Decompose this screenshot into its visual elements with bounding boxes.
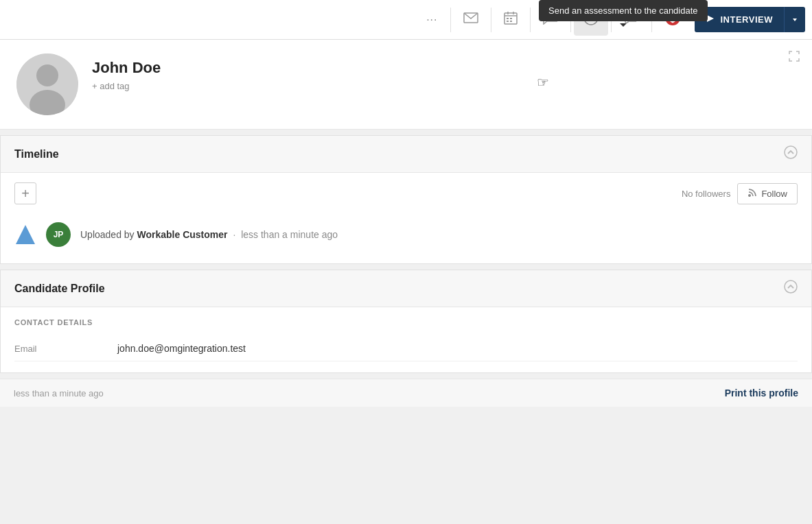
email-value: john.doe@omgintegration.test bbox=[117, 343, 246, 354]
timeline-section-header[interactable]: Timeline bbox=[1, 136, 811, 173]
upload-icon bbox=[14, 224, 36, 246]
calendar-button[interactable] bbox=[494, 4, 527, 35]
svg-marker-15 bbox=[793, 19, 797, 21]
svg-point-17 bbox=[36, 64, 58, 86]
candidate-profile-title: Candidate Profile bbox=[14, 283, 105, 295]
email-row: Email john.doe@omgintegration.test bbox=[14, 336, 798, 361]
tooltip-text: Send an assessment to the candidate bbox=[548, 5, 698, 16]
candidate-header: John Doe + add tag bbox=[0, 40, 812, 130]
print-profile-link[interactable]: Print this profile bbox=[725, 388, 798, 398]
candidate-name: John Doe bbox=[92, 59, 796, 77]
no-followers-text: No followers bbox=[682, 189, 731, 199]
email-button[interactable] bbox=[454, 5, 488, 34]
add-tag-label: + add tag bbox=[92, 81, 130, 91]
contact-section-title: CONTACT DETAILS bbox=[14, 318, 798, 326]
follow-label: Follow bbox=[761, 189, 787, 199]
interview-button[interactable]: INTERVIEW bbox=[695, 7, 806, 32]
email-icon bbox=[463, 12, 478, 27]
timeline-entry-text: Uploaded by Workable Customer · less tha… bbox=[80, 229, 338, 240]
profile-chevron-icon bbox=[784, 280, 798, 297]
page-footer: less than a minute ago Print this profil… bbox=[0, 379, 812, 407]
svg-point-20 bbox=[748, 194, 751, 197]
more-options-button[interactable]: ··· bbox=[417, 7, 447, 33]
user-badge: JP bbox=[46, 222, 71, 247]
svg-marker-14 bbox=[707, 15, 714, 22]
toolbar-divider-2 bbox=[491, 8, 491, 32]
timeline-toolbar: + No followers Follow bbox=[14, 182, 798, 204]
interview-button-main: INTERVIEW bbox=[695, 7, 785, 32]
add-event-button[interactable]: + bbox=[14, 182, 36, 204]
calendar-icon bbox=[504, 11, 518, 28]
timeline-content: + No followers Follow bbox=[1, 173, 811, 263]
email-label: Email bbox=[14, 344, 97, 354]
svg-point-19 bbox=[785, 146, 797, 158]
interview-dropdown-arrow[interactable] bbox=[785, 10, 805, 30]
add-tag-button[interactable]: + add tag bbox=[92, 81, 796, 91]
toolbar-divider-1 bbox=[450, 8, 451, 32]
candidate-profile-section: Candidate Profile CONTACT DETAILS Email … bbox=[0, 270, 812, 373]
footer-timestamp: less than a minute ago bbox=[14, 388, 104, 398]
avatar bbox=[16, 53, 78, 115]
plus-icon: + bbox=[21, 187, 30, 200]
profile-content: CONTACT DETAILS Email john.doe@omgintegr… bbox=[1, 307, 811, 372]
svg-rect-7 bbox=[507, 21, 509, 22]
timeline-section-title: Timeline bbox=[14, 148, 59, 160]
assessment-tooltip: Send an assessment to the candidate bbox=[539, 0, 708, 21]
follow-button[interactable]: Follow bbox=[737, 183, 798, 204]
candidate-profile-header[interactable]: Candidate Profile bbox=[1, 270, 811, 307]
rss-icon bbox=[747, 188, 757, 200]
svg-rect-5 bbox=[507, 18, 509, 19]
timeline-entry: JP Uploaded by Workable Customer · less … bbox=[14, 215, 798, 254]
interview-label: INTERVIEW bbox=[721, 14, 774, 25]
timeline-chevron-icon bbox=[784, 145, 798, 163]
timeline-section: Timeline + No followers bbox=[0, 135, 812, 264]
svg-rect-6 bbox=[510, 18, 512, 19]
svg-rect-8 bbox=[510, 21, 512, 22]
expand-button[interactable] bbox=[787, 49, 801, 67]
toolbar-divider-3 bbox=[530, 8, 531, 32]
svg-point-23 bbox=[785, 281, 797, 293]
candidate-info: John Doe + add tag bbox=[92, 53, 796, 91]
more-icon: ··· bbox=[426, 14, 437, 26]
svg-rect-22 bbox=[23, 233, 27, 244]
followers-area: No followers Follow bbox=[682, 183, 798, 204]
